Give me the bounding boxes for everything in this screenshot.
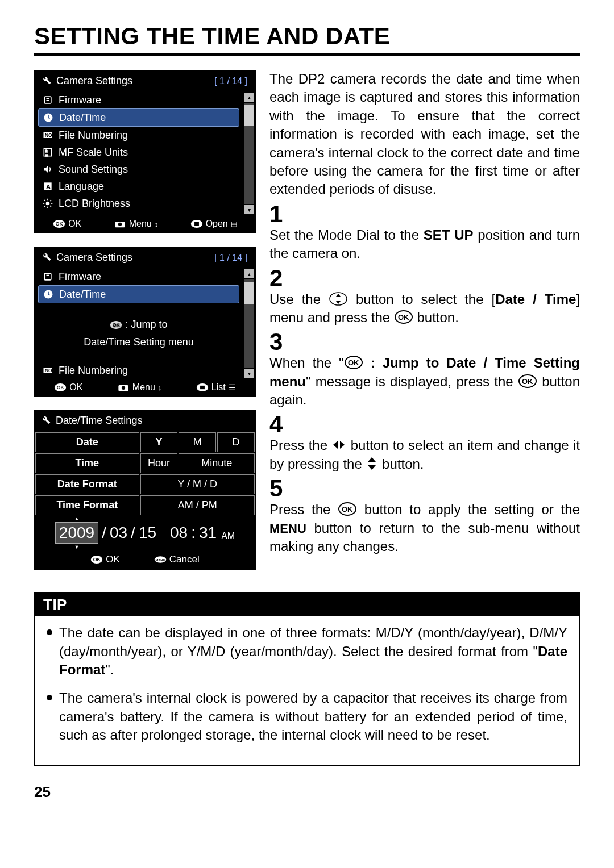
footer-ok: OK OK [54, 382, 82, 393]
ok-icon: OK [110, 318, 122, 327]
svg-text:A: A [46, 183, 51, 190]
menu-label: MF Scale Units [59, 147, 128, 158]
jump-line-2: Date/Time Setting menu [42, 333, 236, 351]
panel-header: Camera Settings [ 1 / 14 ] [35, 70, 255, 91]
menu-label: Firmware [59, 271, 101, 283]
display-icon [190, 219, 203, 228]
panel-footer: OK OK Menu ↕ Open ▤ [35, 215, 255, 232]
scroll-thumb[interactable] [244, 105, 254, 126]
ampm-value[interactable]: AM [221, 531, 235, 544]
time-minute: Minute [179, 453, 255, 473]
menu-item-firmware[interactable]: Firmware [38, 268, 239, 285]
footer-ok: OK OK [90, 554, 120, 565]
month-value[interactable]: 03 [110, 524, 127, 542]
open-arrow-icon: ▤ [231, 220, 237, 228]
svg-marker-54 [368, 457, 376, 462]
row-timeformat[interactable]: Time Format AM / PM [35, 495, 255, 515]
panel-footer: OK OK MENU Cancel [34, 549, 256, 570]
svg-rect-25 [194, 222, 199, 226]
menu-label: File Numbering [59, 365, 128, 377]
menu-item-mfscale[interactable]: ftm MF Scale Units [38, 144, 239, 161]
wrench-icon [40, 251, 52, 265]
svg-text:ft: ft [45, 149, 48, 153]
hour-value[interactable]: 08 [170, 524, 188, 542]
menu-label: Sound Settings [59, 164, 128, 176]
svg-text:NO.: NO. [45, 368, 53, 374]
menu-icon: MENU [154, 555, 167, 564]
scroll-up-icon[interactable]: ▴ [244, 93, 254, 102]
menu-label: LCD Brightness [59, 198, 130, 210]
menu-item-firmware[interactable]: Firmware [38, 91, 239, 108]
wrench-icon [40, 414, 51, 428]
svg-line-17 [50, 206, 51, 207]
scroll-down-icon[interactable]: ▾ [244, 205, 254, 214]
scroll-thumb[interactable] [244, 282, 254, 304]
leftright-icon [331, 437, 346, 452]
minute-value[interactable]: 31 [199, 524, 217, 542]
camera-settings-panel-2: Camera Settings [ 1 / 14 ] Firmware Date… [34, 247, 256, 397]
clock-icon [42, 111, 55, 124]
datetime-value-row[interactable]: 2009 / 03 / 15 08 : 31 AM [34, 516, 256, 549]
page-indicator: [ 1 / 14 ] [214, 253, 250, 263]
step-1-number: 1 [269, 202, 580, 226]
footer-menu: Menu ↕ [117, 382, 162, 393]
menu-item-sound[interactable]: Sound Settings [38, 161, 239, 178]
svg-point-23 [118, 223, 122, 226]
scroll-track[interactable] [244, 103, 254, 204]
scrollbar[interactable]: ▴ ▾ [243, 268, 255, 379]
menu-item-datetime[interactable]: Date/Time [38, 285, 239, 303]
wrench-icon [40, 74, 52, 88]
updown-icon: ↕ [155, 220, 159, 228]
page-number: 25 [34, 783, 580, 801]
row-dateformat[interactable]: Date Format Y / M / D [35, 474, 255, 494]
panel-title: Camera Settings [56, 252, 210, 264]
svg-point-11 [46, 202, 50, 206]
display-icon [196, 383, 209, 392]
row-time[interactable]: Time Hour Minute [35, 453, 255, 473]
date-y: Y [140, 432, 178, 452]
panel-title: Camera Settings [56, 75, 210, 87]
list-icon: ☰ [229, 383, 236, 392]
two-column-layout: Camera Settings [ 1 / 14 ] Firmware Date… [34, 70, 580, 583]
sep: / [102, 524, 106, 542]
updown-icon: ↕ [158, 383, 162, 392]
number-icon: NO. [42, 129, 54, 141]
footer-ok: OK OK [53, 219, 81, 229]
panel-header: Camera Settings [ 1 / 14 ] [35, 247, 255, 268]
menu-label: Firmware [59, 94, 101, 106]
ok-icon: OK [518, 374, 537, 389]
chip-icon [42, 270, 54, 283]
label-timeformat: Time Format [35, 495, 139, 515]
step-4-number: 4 [269, 412, 580, 436]
date-d: D [217, 432, 255, 452]
svg-text:OK: OK [57, 385, 65, 390]
row-date[interactable]: Date Y M D [35, 432, 255, 452]
tip-bullet-1: The date can be displayed in one of thre… [47, 624, 567, 679]
label-time: Time [35, 453, 139, 473]
value-dateformat: Y / M / D [140, 474, 255, 494]
menu-item-datetime[interactable]: Date/Time [38, 108, 239, 127]
menu-item-filenumbering[interactable]: NO. File Numbering [38, 127, 239, 144]
scroll-down-icon[interactable]: ▾ [244, 369, 254, 378]
year-stepper[interactable]: 2009 [55, 522, 98, 544]
menu-item-language[interactable]: A Language [38, 178, 239, 195]
language-icon: A [42, 180, 54, 193]
svg-marker-45 [336, 301, 341, 304]
scroll-track[interactable] [244, 279, 254, 368]
day-value[interactable]: 15 [139, 524, 156, 542]
menu-item-filenumbering[interactable]: NO. File Numbering [38, 362, 239, 379]
ok-icon: OK [54, 383, 67, 392]
jump-line-1: : Jump to [125, 319, 167, 330]
svg-marker-52 [333, 441, 338, 449]
svg-rect-38 [200, 386, 205, 389]
scrollbar[interactable]: ▴ ▾ [243, 91, 255, 215]
left-column: Camera Settings [ 1 / 14 ] Firmware Date… [34, 70, 256, 583]
svg-marker-53 [340, 441, 345, 449]
sound-icon [42, 163, 54, 176]
menu-item-lcdbrightness[interactable]: LCD Brightness [38, 195, 239, 212]
tip-bullet-2: The camera's internal clock is powered b… [47, 689, 567, 744]
datetime-table: Date Y M D Time Hour Minute Date Format … [34, 431, 256, 516]
clock-icon [42, 288, 55, 301]
footer-open: Open ▤ [190, 219, 237, 229]
scroll-up-icon[interactable]: ▴ [244, 269, 254, 278]
